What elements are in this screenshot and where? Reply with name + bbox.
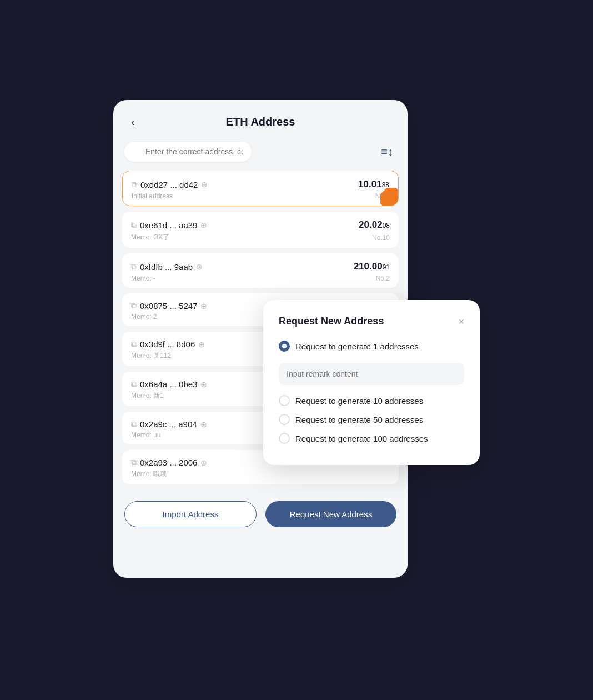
page-title: ETH Address bbox=[226, 116, 295, 128]
address-text: 0x3d9f ... 8d06 bbox=[140, 339, 195, 349]
modal-option[interactable]: Request to generate 50 addresses bbox=[279, 412, 464, 427]
modal-header: Request New Address × bbox=[279, 316, 464, 327]
search-container: ⌕ bbox=[124, 142, 372, 162]
copy-icon[interactable]: ⧉ bbox=[131, 221, 137, 230]
address-memo: Memo: OK了 bbox=[131, 233, 169, 242]
remark-input[interactable] bbox=[279, 363, 464, 385]
search-address-icon[interactable]: ⊕ bbox=[200, 458, 207, 467]
search-address-icon[interactable]: ⊕ bbox=[200, 221, 207, 229]
address-memo: Memo: uu bbox=[131, 431, 160, 439]
modal-options: Request to generate 1 addresses Request … bbox=[279, 338, 464, 446]
address-text: 0x6a4a ... 0be3 bbox=[140, 379, 197, 389]
active-corner bbox=[380, 188, 398, 206]
modal-option[interactable]: Request to generate 1 addresses bbox=[279, 338, 464, 393]
search-address-icon[interactable]: ⊕ bbox=[200, 420, 207, 429]
modal-option[interactable]: Request to generate 10 addresses bbox=[279, 393, 464, 408]
radio-label: Request to generate 10 addresses bbox=[295, 396, 423, 406]
search-address-icon[interactable]: ⊕ bbox=[200, 380, 207, 389]
modal-title: Request New Address bbox=[279, 316, 384, 327]
search-address-icon[interactable]: ⊕ bbox=[200, 302, 207, 311]
address-text: 0xe61d ... aa39 bbox=[140, 221, 197, 230]
search-address-icon[interactable]: ⊕ bbox=[198, 340, 205, 349]
radio-label: Request to generate 100 addresses bbox=[295, 434, 428, 443]
filter-button[interactable]: ≡↕ bbox=[378, 143, 396, 161]
address-item[interactable]: ⧉ 0xdd27 ... dd42 ⊕ 10.0188 Initial addr… bbox=[122, 171, 399, 206]
address-text: 0x2a93 ... 2006 bbox=[140, 458, 197, 467]
modal-option[interactable]: Request to generate 100 addresses bbox=[279, 431, 464, 446]
import-address-button[interactable]: Import Address bbox=[124, 501, 257, 527]
radio-unchecked[interactable] bbox=[279, 433, 290, 444]
copy-icon[interactable]: ⧉ bbox=[131, 339, 137, 349]
radio-label: Request to generate 1 addresses bbox=[295, 342, 419, 351]
address-text: 0xdd27 ... dd42 bbox=[140, 180, 198, 189]
address-amount: 210.0091 bbox=[354, 261, 390, 272]
filter-icon: ≡↕ bbox=[381, 146, 393, 158]
radio-unchecked[interactable] bbox=[279, 414, 290, 425]
radio-checked[interactable] bbox=[279, 341, 290, 352]
copy-icon[interactable]: ⧉ bbox=[131, 419, 137, 429]
copy-icon[interactable]: ⧉ bbox=[131, 458, 137, 467]
search-address-icon[interactable]: ⊕ bbox=[201, 180, 208, 189]
copy-icon[interactable]: ⧉ bbox=[131, 262, 137, 272]
modal-close-button[interactable]: × bbox=[458, 317, 464, 327]
copy-icon[interactable]: ⧉ bbox=[132, 180, 137, 189]
address-item[interactable]: ⧉ 0xe61d ... aa39 ⊕ 20.0208 Memo: OK了 No… bbox=[122, 212, 399, 248]
address-text: 0xfdfb ... 9aab bbox=[140, 262, 193, 272]
address-memo: Memo: 哦哦 bbox=[131, 469, 167, 479]
search-bar-row: ⌕ ≡↕ bbox=[113, 137, 408, 171]
search-input[interactable] bbox=[124, 142, 252, 162]
card-header: ‹ ETH Address bbox=[113, 100, 408, 137]
address-text: 0x0875 ... 5247 bbox=[140, 301, 197, 311]
address-text: 0x2a9c ... a904 bbox=[140, 419, 197, 429]
back-button[interactable]: ‹ bbox=[127, 113, 139, 131]
address-memo: Memo: - bbox=[131, 274, 155, 282]
request-address-modal: Request New Address × Request to generat… bbox=[263, 300, 480, 465]
address-memo: Memo: 圆112 bbox=[131, 351, 171, 361]
search-address-icon[interactable]: ⊕ bbox=[196, 262, 203, 271]
address-memo: Memo: 新1 bbox=[131, 391, 164, 401]
address-no: No.10 bbox=[372, 234, 390, 242]
address-memo: Memo: 2 bbox=[131, 313, 157, 321]
address-item[interactable]: ⧉ 0xfdfb ... 9aab ⊕ 210.0091 Memo: - No.… bbox=[122, 253, 399, 288]
request-new-address-button[interactable]: Request New Address bbox=[265, 501, 396, 527]
address-amount: 20.0208 bbox=[359, 219, 390, 231]
copy-icon[interactable]: ⧉ bbox=[131, 301, 137, 311]
radio-label: Request to generate 50 addresses bbox=[295, 415, 423, 424]
address-memo: Initial address bbox=[132, 192, 173, 200]
copy-icon[interactable]: ⧉ bbox=[131, 379, 137, 389]
bottom-buttons: Import Address Request New Address bbox=[113, 490, 408, 527]
radio-unchecked[interactable] bbox=[279, 395, 290, 406]
address-no: No.2 bbox=[376, 274, 390, 282]
